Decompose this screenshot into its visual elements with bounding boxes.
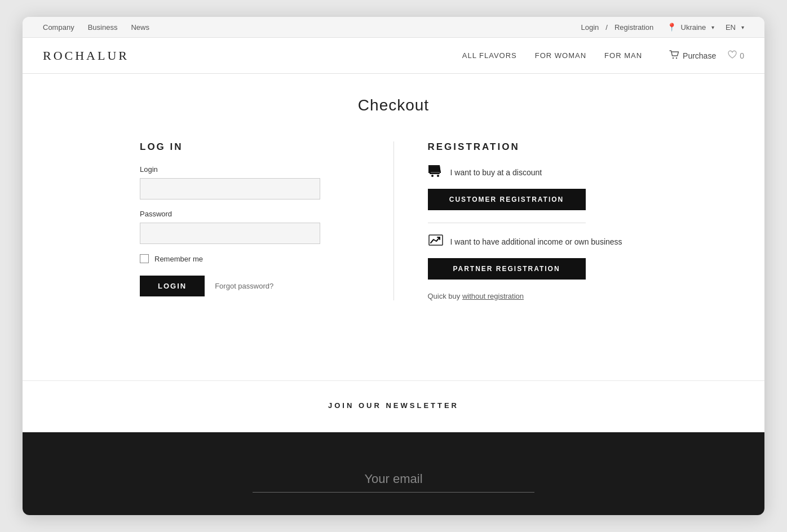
password-label: Password (140, 210, 360, 218)
login-section-title: LOG IN (140, 141, 360, 153)
svg-point-6 (437, 175, 439, 177)
wishlist-icon (727, 50, 737, 61)
business-link[interactable]: Business (88, 23, 118, 32)
nav-all-flavors[interactable]: ALL FLAVORS (462, 51, 517, 60)
remember-row: Remember me (140, 254, 360, 263)
main-nav: ROCHALUR ALL FLAVORS FOR WOMAN FOR MAN P… (23, 38, 764, 74)
language-selector[interactable]: EN (726, 23, 736, 32)
location-dropdown-arrow: ▾ (711, 24, 714, 30)
newsletter-section: JOIN OUR NEWSLETTER (23, 380, 764, 432)
location-selector[interactable]: Ukraine (681, 23, 706, 32)
remember-checkbox[interactable] (140, 254, 149, 263)
login-label: Login (140, 165, 360, 174)
svg-rect-8 (429, 235, 443, 245)
purchase-label: Purchase (683, 51, 716, 60)
language-dropdown-arrow: ▾ (741, 24, 744, 30)
reg-section-title: REGISTRATION (428, 141, 648, 153)
customer-option-text: I want to buy at a discount (450, 167, 542, 179)
login-section: LOG IN Login Password Remember me LOGIN … (140, 141, 394, 300)
wishlist-button[interactable]: 0 (727, 50, 744, 61)
customer-option-header: I want to buy at a discount (428, 165, 648, 181)
email-input-wrapper (253, 466, 534, 493)
location-icon: 📍 (667, 23, 677, 32)
divider: / (605, 23, 608, 32)
nav-for-man[interactable]: FOR MAN (604, 51, 642, 60)
page-title: Checkout (43, 96, 744, 114)
partner-option-text: I want to have additional income or own … (450, 237, 622, 248)
partner-option: I want to have additional income or own … (428, 234, 648, 280)
login-button[interactable]: LOGIN (140, 276, 205, 296)
password-input[interactable] (140, 223, 320, 244)
purchase-button[interactable]: Purchase (669, 50, 716, 61)
email-input[interactable] (253, 466, 534, 493)
svg-point-5 (431, 175, 434, 177)
wishlist-count: 0 (740, 51, 744, 60)
footer-dark (23, 432, 764, 515)
nav-for-woman[interactable]: FOR WOMAN (535, 51, 586, 60)
cart-discount-icon (428, 165, 444, 181)
quick-buy-link[interactable]: without registration (462, 292, 524, 300)
svg-point-0 (673, 57, 674, 58)
cart-icon (669, 50, 679, 61)
main-content: Checkout LOG IN Login Password Remember … (23, 74, 764, 380)
forgot-password-link[interactable]: Forgot password? (215, 282, 273, 290)
login-input[interactable] (140, 178, 320, 200)
nav-links: ALL FLAVORS FOR WOMAN FOR MAN (462, 51, 642, 60)
checkout-grid: LOG IN Login Password Remember me LOGIN … (140, 141, 647, 300)
top-bar-left: Company Business News (43, 23, 149, 32)
newsletter-title: JOIN OUR NEWSLETTER (43, 401, 744, 410)
customer-registration-button[interactable]: CUSTOMER REGISTRATION (428, 189, 586, 210)
quick-buy-prefix: Quick buy (428, 292, 462, 300)
svg-point-1 (676, 57, 677, 58)
quick-buy-text: Quick buy without registration (428, 292, 648, 300)
registration-link[interactable]: Registration (614, 23, 653, 32)
company-link[interactable]: Company (43, 23, 74, 32)
top-bar: Company Business News Login / Registrati… (23, 17, 764, 38)
partner-registration-button[interactable]: PARTNER REGISTRATION (428, 258, 586, 280)
news-link[interactable]: News (131, 23, 149, 32)
btn-row: LOGIN Forgot password? (140, 276, 360, 296)
logo: ROCHALUR (43, 48, 129, 63)
top-bar-right: Login / Registration 📍 Ukraine ▾ EN ▾ (581, 23, 744, 32)
registration-section: REGISTRATION (394, 141, 648, 300)
remember-label: Remember me (154, 255, 203, 263)
reg-divider (428, 223, 586, 223)
customer-option: I want to buy at a discount CUSTOMER REG… (428, 165, 648, 210)
nav-right: Purchase 0 (669, 50, 744, 61)
login-link[interactable]: Login (581, 23, 599, 32)
partner-option-header: I want to have additional income or own … (428, 234, 648, 250)
chart-icon (428, 234, 444, 250)
